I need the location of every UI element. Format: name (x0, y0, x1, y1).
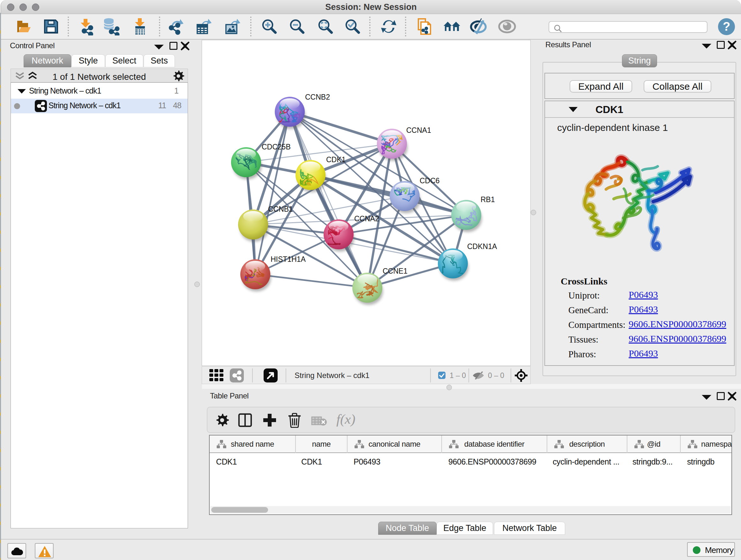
svg-text:CDKN1A: CDKN1A (467, 242, 497, 251)
svg-text:CDC6: CDC6 (420, 177, 440, 185)
svg-text:CCNA2: CCNA2 (354, 214, 379, 223)
svg-text:CDC25B: CDC25B (262, 143, 291, 151)
svg-text:CCNE1: CCNE1 (383, 267, 408, 275)
svg-text:CCNA1: CCNA1 (406, 126, 431, 134)
svg-text:RB1: RB1 (481, 195, 495, 204)
svg-text:CDK1: CDK1 (326, 155, 346, 164)
svg-text:HIST1H1A: HIST1H1A (271, 255, 306, 263)
svg-text:CCNB1: CCNB1 (268, 205, 293, 213)
svg-text:CCNB2: CCNB2 (305, 93, 330, 101)
